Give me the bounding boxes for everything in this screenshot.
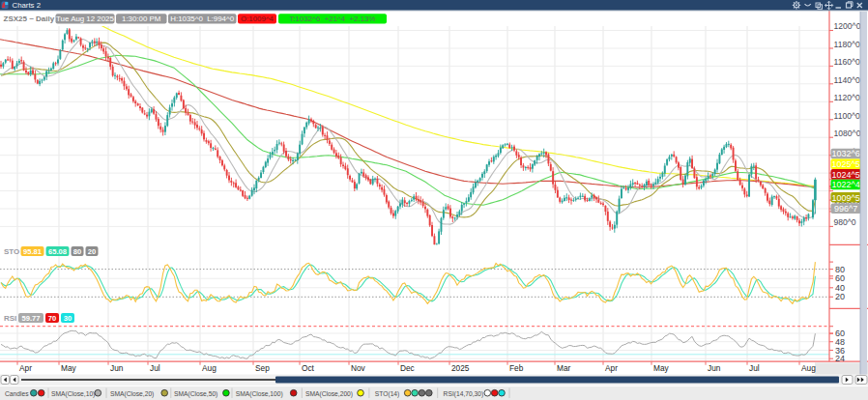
svg-text:48: 48 bbox=[835, 337, 845, 347]
svg-text:1009^5: 1009^5 bbox=[832, 193, 860, 203]
svg-text:ZSX25 ~ Daily: ZSX25 ~ Daily bbox=[4, 14, 55, 23]
svg-text:80: 80 bbox=[835, 265, 845, 274]
svg-text:1:30:00 PM: 1:30:00 PM bbox=[122, 14, 160, 23]
svg-text:1032^6: 1032^6 bbox=[832, 149, 860, 158]
svg-text:59.77: 59.77 bbox=[21, 314, 40, 323]
svg-text:1080^0: 1080^0 bbox=[834, 129, 861, 138]
svg-text:SMA(Close,20): SMA(Close,20) bbox=[110, 390, 154, 398]
svg-text:Candles: Candles bbox=[5, 390, 29, 397]
svg-text:36: 36 bbox=[835, 346, 845, 356]
svg-text:Jul: Jul bbox=[749, 363, 760, 373]
svg-text:Feb: Feb bbox=[509, 363, 524, 373]
svg-text:70: 70 bbox=[48, 314, 56, 323]
svg-text:60: 60 bbox=[835, 273, 845, 283]
svg-text:Oct: Oct bbox=[302, 363, 315, 373]
svg-text:Dec: Dec bbox=[400, 363, 415, 373]
svg-text:T:1032^6 +21^4 +2.13%: T:1032^6 +21^4 +2.13% bbox=[289, 14, 375, 23]
svg-text:Mar: Mar bbox=[557, 363, 571, 373]
svg-text:SMA(Close,50): SMA(Close,50) bbox=[174, 390, 217, 398]
svg-text:May: May bbox=[653, 363, 670, 373]
svg-text:SMA(Close,10): SMA(Close,10) bbox=[51, 390, 95, 398]
svg-text:Jul: Jul bbox=[150, 363, 160, 373]
svg-text:Tue Aug 12 2025: Tue Aug 12 2025 bbox=[56, 14, 114, 23]
svg-text:30: 30 bbox=[64, 314, 72, 323]
svg-text:1120^0: 1120^0 bbox=[834, 93, 861, 102]
svg-text:H:1035^0 L:994^0: H:1035^0 L:994^0 bbox=[170, 14, 234, 23]
svg-text:Jun: Jun bbox=[110, 363, 124, 373]
svg-text:O:1009^4: O:1009^4 bbox=[241, 14, 275, 23]
svg-text:Apr: Apr bbox=[19, 363, 32, 373]
svg-text:Apr: Apr bbox=[605, 363, 618, 373]
svg-text:24: 24 bbox=[835, 354, 845, 363]
svg-text:60: 60 bbox=[835, 329, 845, 338]
svg-text:Charts 2: Charts 2 bbox=[13, 1, 41, 10]
svg-text:Nov: Nov bbox=[351, 363, 366, 373]
svg-text:20: 20 bbox=[835, 292, 845, 301]
svg-text:RSI: RSI bbox=[4, 314, 16, 323]
svg-text:20: 20 bbox=[88, 247, 96, 256]
svg-text:STO(14): STO(14) bbox=[375, 390, 400, 398]
svg-text:80: 80 bbox=[73, 247, 81, 256]
svg-text:1022^4: 1022^4 bbox=[832, 180, 860, 189]
svg-text:1140^0: 1140^0 bbox=[834, 75, 861, 85]
svg-text:95.81: 95.81 bbox=[23, 247, 43, 256]
svg-text:Sep: Sep bbox=[255, 363, 270, 373]
svg-text:1024^5: 1024^5 bbox=[832, 170, 860, 180]
svg-text:RSI(14,70,30): RSI(14,70,30) bbox=[444, 390, 484, 398]
svg-text:May: May bbox=[61, 363, 77, 373]
svg-text:2025: 2025 bbox=[451, 363, 470, 373]
svg-text:Aug: Aug bbox=[202, 363, 217, 373]
svg-text:996^7: 996^7 bbox=[834, 204, 857, 214]
svg-text:980^0: 980^0 bbox=[834, 217, 856, 227]
svg-text:40: 40 bbox=[835, 283, 845, 293]
svg-text:1180^0: 1180^0 bbox=[834, 40, 861, 49]
svg-text:1100^0: 1100^0 bbox=[834, 111, 861, 121]
svg-text:SMA(Close,200): SMA(Close,200) bbox=[305, 390, 353, 398]
svg-text:65.08: 65.08 bbox=[48, 247, 67, 256]
svg-text:1160^0: 1160^0 bbox=[834, 57, 861, 67]
svg-text:1025^5: 1025^5 bbox=[832, 159, 860, 169]
svg-text:SMA(Close,100): SMA(Close,100) bbox=[236, 390, 283, 398]
svg-text:Aug: Aug bbox=[801, 363, 816, 373]
svg-text:1200^0: 1200^0 bbox=[834, 21, 861, 31]
svg-text:Jun: Jun bbox=[708, 363, 721, 373]
svg-text:STO: STO bbox=[4, 247, 19, 256]
